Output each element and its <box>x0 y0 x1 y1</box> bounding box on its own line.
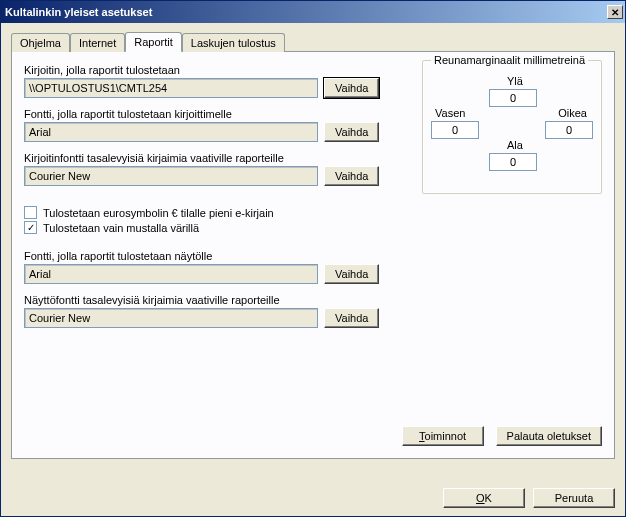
margin-left-value: 0 <box>452 124 458 136</box>
button-label: Vaihda <box>335 170 368 182</box>
dialog-buttons: OK Peruuta <box>1 482 625 516</box>
button-label: Palauta oletukset <box>507 430 591 442</box>
tab-raportit[interactable]: Raportit <box>125 32 182 52</box>
content-area: Ohjelma Internet Raportit Laskujen tulos… <box>1 23 625 482</box>
margin-top-label: Ylä <box>507 75 523 87</box>
screen-mono-label: Näyttöfontti tasalevyisiä kirjaimia vaat… <box>24 294 384 306</box>
euro-checkbox-row[interactable]: Tulostetaan eurosymbolin € tilalle pieni… <box>24 206 384 219</box>
restore-defaults-button[interactable]: Palauta oletukset <box>496 426 602 446</box>
button-label: OK <box>476 492 492 504</box>
printer-value: \\OPTULOSTUS1\CMTL254 <box>29 82 167 94</box>
printer-mono-label: Kirjoitinfontti tasalevyisiä kirjaimia v… <box>24 152 384 164</box>
tab-strip: Ohjelma Internet Raportit Laskujen tulos… <box>11 31 615 52</box>
printer-label: Kirjoitin, jolla raportit tulostetaan <box>24 64 384 76</box>
margin-bottom-input[interactable]: 0 <box>489 153 537 171</box>
tab-panel: Kirjoitin, jolla raportit tulostetaan \\… <box>11 51 615 459</box>
screen-font-field: Arial <box>24 264 318 284</box>
tab-label: Raportit <box>134 36 173 48</box>
change-screen-mono-button[interactable]: Vaihda <box>324 308 379 328</box>
button-label: Peruuta <box>555 492 594 504</box>
button-label: Toiminnot <box>419 430 466 442</box>
margin-right-label: Oikea <box>558 107 587 119</box>
printer-field: \\OPTULOSTUS1\CMTL254 <box>24 78 318 98</box>
tab-label: Laskujen tulostus <box>191 37 276 49</box>
change-printer-font-button[interactable]: Vaihda <box>324 122 379 142</box>
euro-checkbox-label: Tulostetaan eurosymbolin € tilalle pieni… <box>43 207 274 219</box>
tab-label: Ohjelma <box>20 37 61 49</box>
cancel-button[interactable]: Peruuta <box>533 488 615 508</box>
printer-mono-value: Courier New <box>29 170 90 182</box>
black-checkbox-row[interactable]: ✓ Tulostetaan vain mustalla värillä <box>24 221 384 234</box>
tab-laskujen-tulostus[interactable]: Laskujen tulostus <box>182 33 285 52</box>
close-icon[interactable]: ✕ <box>607 5 623 19</box>
button-label: Vaihda <box>335 126 368 138</box>
tab-internet[interactable]: Internet <box>70 33 125 52</box>
euro-checkbox[interactable] <box>24 206 37 219</box>
margin-top-value: 0 <box>510 92 516 104</box>
window-title: Kultalinkin yleiset asetukset <box>5 6 605 18</box>
ok-button[interactable]: OK <box>443 488 525 508</box>
button-label: Vaihda <box>335 268 368 280</box>
printer-font-label: Fontti, jolla raportit tulostetaan kirjo… <box>24 108 384 120</box>
margin-bottom-value: 0 <box>510 156 516 168</box>
black-checkbox-label: Tulostetaan vain mustalla värillä <box>43 222 199 234</box>
screen-mono-value: Courier New <box>29 312 90 324</box>
margin-bottom-label: Ala <box>507 139 523 151</box>
screen-font-value: Arial <box>29 268 51 280</box>
change-printer-button[interactable]: Vaihda <box>324 78 379 98</box>
button-label: Vaihda <box>335 82 368 94</box>
titlebar: Kultalinkin yleiset asetukset ✕ <box>1 1 625 23</box>
dialog-window: Kultalinkin yleiset asetukset ✕ Ohjelma … <box>0 0 626 517</box>
screen-mono-field: Courier New <box>24 308 318 328</box>
printer-font-field: Arial <box>24 122 318 142</box>
margin-right-value: 0 <box>566 124 572 136</box>
margin-top-input[interactable]: 0 <box>489 89 537 107</box>
margins-groupbox: Reunamarginaalit millimetreinä Ylä 0 Vas… <box>422 60 602 194</box>
change-printer-mono-button[interactable]: Vaihda <box>324 166 379 186</box>
margin-left-label: Vasen <box>435 107 465 119</box>
tab-ohjelma[interactable]: Ohjelma <box>11 33 70 52</box>
screen-font-label: Fontti, jolla raportit tulostetaan näytö… <box>24 250 384 262</box>
actions-button[interactable]: Toiminnot <box>402 426 484 446</box>
printer-mono-field: Courier New <box>24 166 318 186</box>
tab-label: Internet <box>79 37 116 49</box>
change-screen-font-button[interactable]: Vaihda <box>324 264 379 284</box>
button-label: Vaihda <box>335 312 368 324</box>
margin-left-input[interactable]: 0 <box>431 121 479 139</box>
printer-font-value: Arial <box>29 126 51 138</box>
margin-right-input[interactable]: 0 <box>545 121 593 139</box>
black-checkbox[interactable]: ✓ <box>24 221 37 234</box>
